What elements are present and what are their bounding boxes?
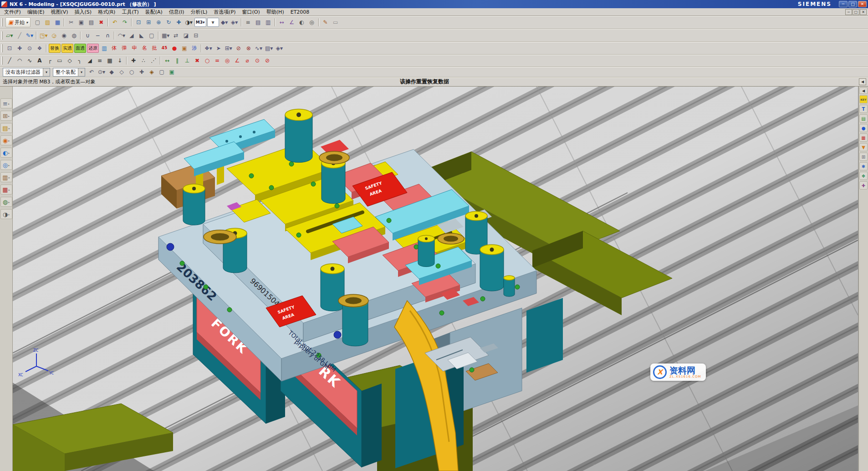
move-component-button[interactable]: ✚ — [15, 44, 24, 53]
display-properties-button[interactable]: ◐ — [297, 18, 306, 27]
maximize-button[interactable]: □ — [848, 1, 857, 7]
spring-tool-button[interactable]: 弹 — [120, 44, 129, 53]
wave-geometry-button[interactable]: ∿▾ — [254, 44, 263, 53]
snap-point-toggle[interactable]: ⊙▾ — [97, 67, 106, 77]
show-body-button[interactable]: 体 — [110, 44, 119, 53]
roles-tab[interactable]: ◑ ▸ — [0, 209, 12, 219]
viewport-3d-scene[interactable]: FORK FORK 203862 96901504 — [13, 87, 858, 471]
measure-icon[interactable]: ❖ — [859, 172, 868, 180]
profile-button[interactable]: ┌ — [45, 56, 54, 65]
edge-blend-button[interactable]: ◠▾ — [117, 31, 126, 40]
offset-curve-button[interactable]: ≡ — [95, 56, 104, 65]
paste-button[interactable]: ▤ — [87, 18, 96, 27]
save-button[interactable]: ▦ — [53, 18, 62, 27]
boss-button[interactable]: ◍ — [69, 31, 78, 40]
orient-view-button[interactable]: ◆▾ — [220, 18, 229, 27]
system-materials-tab[interactable]: ▦ ▸ — [0, 184, 12, 195]
trim-body-button[interactable]: ◪ — [181, 31, 190, 40]
menu-item[interactable]: 装配(A) — [142, 8, 166, 16]
perpendicular-constraint-button[interactable]: ⊥ — [183, 56, 192, 65]
collapse-left-icon[interactable]: ◀ — [859, 87, 868, 94]
fillet-button[interactable]: ╮ — [75, 56, 84, 65]
open-button[interactable]: ▨ — [43, 18, 52, 27]
pattern-curve-button[interactable]: ▦ — [105, 56, 114, 65]
undo-button[interactable]: ↶ — [110, 18, 119, 27]
pan-button[interactable]: ✚ — [174, 18, 183, 27]
endpoint-snap-toggle[interactable]: ◆ — [107, 67, 116, 77]
delete-button[interactable]: ✖ — [97, 18, 106, 27]
angle-dimension-button[interactable]: ∠ — [233, 56, 242, 65]
solid-transparent-button[interactable]: 实透 — [61, 44, 73, 53]
close-button[interactable]: ✕ — [858, 1, 867, 7]
clearance-analysis-button[interactable]: ⊘ — [234, 44, 243, 53]
rectangle-button[interactable]: ▭ — [55, 56, 64, 65]
pattern-feature-button[interactable]: ▦▾ — [161, 31, 170, 40]
redo-button[interactable]: ↷ — [120, 18, 129, 27]
chamfer-sketch-button[interactable]: ◢ — [85, 56, 94, 65]
toolbar-grip[interactable] — [1, 31, 3, 40]
menu-item[interactable]: 插入(S) — [71, 8, 95, 16]
subtract-button[interactable]: − — [93, 31, 102, 40]
menu-item[interactable]: 分析(L) — [188, 8, 211, 16]
funnel-icon[interactable]: ▼ — [859, 143, 868, 151]
text-tool-icon[interactable]: T — [859, 105, 868, 113]
constraint-navigator-tab[interactable]: ⊞ ▸ — [0, 111, 12, 121]
point-button[interactable]: ✚ — [129, 56, 138, 65]
layer-settings-button[interactable]: ≡ — [244, 18, 253, 27]
zoom-button[interactable]: ⊕ — [154, 18, 163, 27]
menu-item[interactable]: 文件(F) — [1, 8, 24, 16]
misc-assembly-button[interactable]: ◈▾ — [275, 44, 284, 53]
replace-reference-button[interactable]: 替换 — [49, 44, 61, 53]
midpoint-snap-toggle[interactable]: ◇ — [117, 67, 126, 77]
mirror-feature-button[interactable]: ⇄ — [171, 31, 180, 40]
coincident-constraint-button[interactable]: ✖ — [193, 56, 202, 65]
fit-view-button[interactable]: ⊡ — [134, 18, 143, 27]
arrangements-button[interactable]: ⊞▾ — [224, 44, 233, 53]
tangent-constraint-button[interactable]: ○ — [203, 56, 212, 65]
background-color-button[interactable]: ▾ — [207, 18, 219, 27]
process-studio-tab[interactable]: ◍ ▸ — [0, 197, 12, 207]
assembly-sequence-button[interactable]: ➤ — [214, 44, 223, 53]
intersect-button[interactable]: ∩ — [103, 31, 112, 40]
radial-dimension-button[interactable]: ⊙ — [253, 56, 262, 65]
shaded-display-button[interactable]: ◑▾ — [184, 18, 194, 27]
menu-item[interactable]: 编辑(E) — [24, 8, 48, 16]
green-stack-icon[interactable]: ▤ — [859, 114, 868, 123]
rotate-view-button[interactable]: ↻ — [164, 18, 173, 27]
minimize-button[interactable]: ─ — [839, 1, 848, 7]
part-navigator-tab[interactable]: ▤ ▸ — [0, 123, 12, 133]
copy-button[interactable]: ▣ — [77, 18, 86, 27]
blue-ball-icon[interactable]: ● — [859, 124, 868, 132]
datum-axis-button[interactable]: ╱ — [15, 31, 24, 40]
perimeter-dimension-button[interactable]: ⊘ — [263, 56, 272, 65]
toolbar-grip[interactable] — [1, 18, 3, 26]
menu-item[interactable]: 视图(V) — [47, 8, 71, 16]
wcs-toggle[interactable]: ◈ — [147, 67, 156, 77]
text-button[interactable]: A — [35, 56, 44, 65]
project-curve-button[interactable]: ↓ — [115, 56, 124, 65]
menu-item[interactable]: 首选项(P) — [210, 8, 239, 16]
zoom-window-button[interactable]: ⊞ — [144, 18, 153, 27]
grid-icon[interactable]: ⊞ — [859, 153, 868, 161]
reuse-library-tab[interactable]: ◉ ▸ — [0, 135, 12, 145]
highlight-toggle[interactable]: ▣ — [167, 67, 176, 77]
stretch-tool-button[interactable]: 申 — [130, 44, 139, 53]
name-tool-button[interactable]: 名 — [140, 44, 149, 53]
extrude-button[interactable]: ◳▾ — [39, 31, 48, 40]
mdi-close-button[interactable]: ✕ — [860, 9, 867, 15]
collapse-left-icon[interactable]: ◀ — [859, 78, 866, 85]
menu-item[interactable]: 工具(T) — [118, 8, 142, 16]
layer-visible-button[interactable]: ▤ — [254, 18, 263, 27]
snap-view-button[interactable]: ◈▾ — [230, 18, 239, 27]
graphics-window[interactable]: FORK FORK 203862 96901504 — [13, 87, 858, 471]
point-set-button[interactable]: ∴ — [139, 56, 148, 65]
view-m3-button[interactable]: M3▾ — [194, 18, 206, 27]
datum-plane-button[interactable]: ▱▾ — [5, 31, 14, 40]
rapid-dimension-button[interactable]: ↔ — [163, 56, 172, 65]
red-ball-button[interactable]: ● — [170, 44, 179, 53]
diameter-dimension-button[interactable]: ⌀ — [243, 56, 252, 65]
palette-icon[interactable]: ▦ — [859, 133, 868, 142]
concentric-constraint-button[interactable]: ◎ — [223, 56, 232, 65]
toolbar-grip[interactable] — [1, 44, 3, 52]
interference-button[interactable]: ⊗ — [244, 44, 253, 53]
